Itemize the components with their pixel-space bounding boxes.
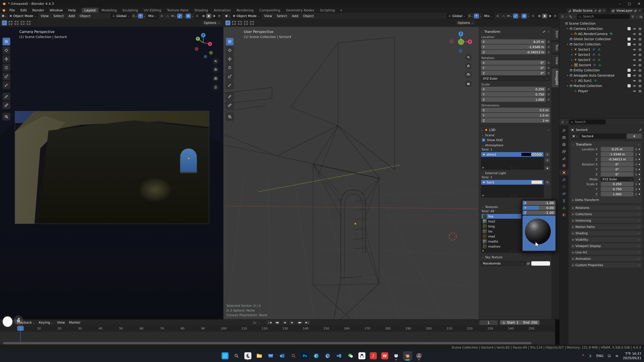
- select-mode-set[interactable]: [225, 20, 230, 26]
- disable-render-icon[interactable]: [638, 68, 642, 72]
- snap-magnet-icon[interactable]: [138, 13, 143, 18]
- workspace-tab-compositing[interactable]: Compositing: [256, 8, 283, 13]
- select-mode-intersect[interactable]: [249, 20, 255, 26]
- scene-unlink-icon[interactable]: ✕: [602, 8, 606, 12]
- mode-dropdown[interactable]: Object Mode⌄: [231, 13, 262, 19]
- outliner-row-marked-collection[interactable]: ▾Marked Collection✓: [560, 83, 644, 88]
- viewport-menu-view[interactable]: View: [262, 14, 274, 18]
- panel-instancing[interactable]: ▸Instancing: [570, 218, 642, 223]
- properties-tab-viewlayer[interactable]: [560, 149, 568, 154]
- workspace-tab-modeling[interactable]: Modeling: [99, 8, 120, 13]
- panel-relations[interactable]: ▸Relations: [570, 205, 642, 211]
- language-indicator[interactable]: ENG: [596, 354, 604, 358]
- snap-magnet-icon[interactable]: [474, 13, 479, 18]
- tool-measure[interactable]: [2, 101, 10, 109]
- new-collection-icon[interactable]: [639, 14, 643, 18]
- scene-selector[interactable]: Blade Scene ✕: [566, 8, 607, 13]
- viewport-menu-add[interactable]: Add: [66, 14, 77, 18]
- snap-target-icon[interactable]: ⌄: [468, 13, 473, 18]
- l3d-panel-header[interactable]: ⌄L3D: [481, 128, 550, 132]
- exclude-checkbox[interactable]: ✓: [628, 84, 630, 87]
- external-light-list[interactable]: Sun1▶⋮⋮⋮: [481, 180, 544, 197]
- network-monitor-icon[interactable]: [608, 354, 611, 358]
- viewport-camera[interactable]: ⌄Object Mode⌄ViewSelectAddObjectGlobal⌄⌄…: [0, 13, 224, 319]
- pin-icon[interactable]: [639, 128, 642, 132]
- transform-panel-header[interactable]: ⌄Transform: [572, 143, 640, 146]
- workspace-tab-geometry-nodes[interactable]: Geometry Nodes: [283, 8, 317, 13]
- select-mode-subtract[interactable]: [14, 20, 19, 26]
- properties-tab-data[interactable]: [560, 205, 568, 211]
- tool-transform[interactable]: [226, 81, 234, 89]
- viewlayer-remove-icon[interactable]: ✕: [638, 8, 641, 12]
- workspace-tab-rendering[interactable]: Rendering: [234, 8, 256, 13]
- jump-end-button[interactable]: ▶❘: [304, 320, 311, 325]
- next-key-button[interactable]: ◆▶: [296, 320, 303, 325]
- viewport-menu-select[interactable]: Select: [275, 14, 289, 18]
- value-field[interactable]: -1.9348 m: [601, 152, 634, 157]
- properties-tab-scene[interactable]: [560, 156, 568, 161]
- panel-visibility[interactable]: ▸Visibility: [570, 237, 642, 242]
- value-field[interactable]: 0.250: [601, 182, 634, 186]
- timeline-menu-view[interactable]: View: [55, 321, 67, 325]
- xray-toggle-icon[interactable]: [194, 13, 200, 18]
- value-field[interactable]: 0°: [601, 167, 634, 172]
- tool-transform[interactable]: [2, 81, 10, 89]
- current-frame-field[interactable]: 1: [479, 320, 498, 325]
- hide-eye-icon[interactable]: [633, 89, 636, 93]
- hide-eye-icon[interactable]: [633, 27, 636, 30]
- disable-render-icon[interactable]: [638, 63, 642, 67]
- sidebar-tab-view[interactable]: View: [552, 54, 559, 67]
- value-field[interactable]: Z2 m: [481, 118, 550, 123]
- tool-measure[interactable]: [226, 101, 234, 109]
- disable-render-icon[interactable]: [638, 73, 642, 77]
- editor-type-icon[interactable]: ⌄: [1, 13, 7, 18]
- value-field[interactable]: Y0°: [481, 65, 546, 70]
- snap-target-icon[interactable]: ⌄: [132, 13, 137, 18]
- hide-eye-icon[interactable]: [633, 79, 636, 82]
- transform-panel-header[interactable]: ⌄Transform: [481, 30, 550, 33]
- hide-eye-icon[interactable]: [633, 42, 636, 46]
- viewport-menu-object[interactable]: Object: [301, 14, 316, 18]
- tool-annotate[interactable]: [2, 92, 10, 100]
- show-hud-toggle[interactable]: ✓Show HUD: [482, 138, 550, 142]
- gizmo-axis[interactable]: [209, 51, 213, 55]
- pivot-dropdown[interactable]: Mix⌄: [146, 13, 159, 19]
- viewport-menu-select[interactable]: Select: [51, 14, 66, 18]
- properties-options-icon[interactable]: ⌄: [640, 120, 643, 123]
- taskbar-app-clash-verge[interactable]: [392, 351, 401, 360]
- value-field[interactable]: 6.25 m: [601, 147, 634, 151]
- shading-material-icon[interactable]: [547, 13, 552, 18]
- list-item[interactable]: atmo1: [481, 152, 544, 157]
- tool-move[interactable]: [2, 55, 10, 63]
- outliner-row-player[interactable]: Player: [560, 88, 644, 93]
- workspace-tab-scripting[interactable]: Scripting: [317, 8, 338, 13]
- sky-texture-dropdown[interactable]: Marakamda⌄: [481, 261, 525, 266]
- menu-window[interactable]: Window: [47, 8, 66, 12]
- workspace-tab-shading[interactable]: Shading: [192, 8, 211, 13]
- list-item[interactable]: Sun1: [481, 180, 544, 185]
- disable-render-icon[interactable]: [638, 84, 642, 88]
- hide-eye-icon[interactable]: [633, 68, 636, 72]
- tool-cursor[interactable]: [226, 46, 234, 54]
- disable-render-icon[interactable]: [638, 53, 642, 56]
- options-dropdown[interactable]: Options⌄: [456, 20, 476, 25]
- tool-add-cube[interactable]: [2, 113, 10, 121]
- delta-transform-header[interactable]: Delta Transform: [575, 198, 599, 202]
- falloff-icon[interactable]: [501, 13, 506, 18]
- animate-dot[interactable]: [639, 194, 640, 195]
- overlays-toggle-icon[interactable]: [522, 13, 527, 18]
- sun-direction-slider-y[interactable]: Y0.00: [522, 206, 556, 210]
- workspace-tab-texture-paint[interactable]: Texture Paint: [164, 8, 191, 13]
- xray-toggle-icon[interactable]: [530, 13, 536, 18]
- disable-render-icon[interactable]: [638, 79, 642, 82]
- taskbar-app-outlook[interactable]: O: [278, 351, 286, 360]
- animate-dot[interactable]: [639, 149, 640, 150]
- properties-tab-object[interactable]: [560, 170, 568, 175]
- taskbar-app-netease-music[interactable]: ♪: [369, 351, 378, 360]
- value-field[interactable]: X0.250: [481, 87, 546, 91]
- add-workspace-button[interactable]: +: [338, 8, 345, 12]
- sidebar-tab-tool[interactable]: Tool: [552, 42, 559, 53]
- overlays-toggle-icon[interactable]: [186, 13, 191, 18]
- show-hide-icon[interactable]: ⌄: [507, 13, 512, 18]
- gizmo-axis-y[interactable]: Y: [196, 37, 200, 41]
